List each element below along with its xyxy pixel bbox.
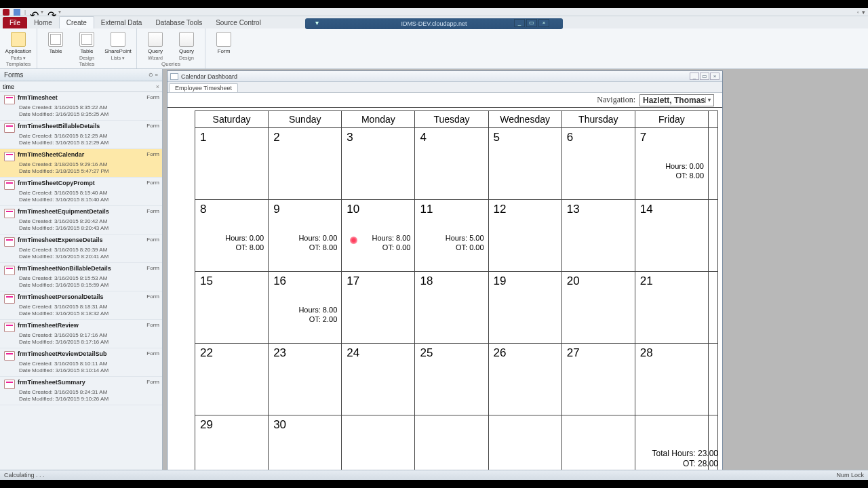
calendar-cell[interactable]: 7Hours: 0.00OT: 8.00	[635, 128, 708, 200]
nav-item-frmTimeSheetCopyPrompt[interactable]: frmTimeSheetCopyPromptFormDate Created: …	[0, 178, 162, 206]
min-ribbon-icon[interactable]: ▾	[862, 9, 865, 16]
table-design-button[interactable]: TableDesign	[73, 30, 101, 60]
calendar-cell[interactable]: 10Hours: 8.00OT: 0.00	[342, 200, 415, 272]
nav-item-frmTimesheetNonBillableDetails[interactable]: frmTimesheetNonBillableDetailsFormDate C…	[0, 263, 162, 291]
day-header: Friday	[635, 111, 708, 128]
calendar-cell[interactable]: 16Hours: 8.00OT: 2.00	[269, 272, 342, 344]
calendar-cell[interactable]: 9Hours: 0.00OT: 8.00	[269, 200, 342, 272]
form-button[interactable]: Form	[210, 30, 238, 54]
calendar-cell[interactable]: 22	[195, 344, 269, 415]
status-left: Calculating . . .	[4, 472, 45, 479]
employee-combo[interactable]: Hazlett, Thomas ▾	[639, 94, 714, 106]
calendar-cell[interactable]: 14	[635, 200, 708, 272]
nav-item-frmTimeSheetCalendar[interactable]: frmTimeSheetCalendarFormDate Created: 3/…	[0, 149, 162, 178]
navpane-search: ×	[0, 81, 162, 92]
close-button[interactable]: ×	[538, 19, 549, 27]
calendar-cell[interactable]: 23	[269, 344, 342, 415]
ribbon-body: Application Parts ▾ Templates Table Tabl…	[0, 28, 868, 69]
calendar-cell[interactable]: 26	[488, 344, 561, 415]
child-restore-button[interactable]: ▭	[700, 73, 709, 80]
nav-item-frmTimesheetExpenseDetails[interactable]: frmTimesheetExpenseDetailsFormDate Creat…	[0, 235, 162, 263]
cell-hours: Hours: 0.00OT: 8.00	[225, 234, 264, 253]
navpane-search-input[interactable]	[3, 83, 156, 90]
application-parts-button[interactable]: Application Parts ▾	[4, 30, 33, 61]
form-object-icon	[4, 294, 15, 304]
help-icon[interactable]: ◦	[857, 9, 859, 16]
calendar-cell[interactable]: 15	[195, 272, 269, 344]
save-icon[interactable]	[14, 9, 20, 16]
search-clear-icon[interactable]: ×	[156, 83, 159, 90]
tab-create[interactable]: Create	[59, 16, 94, 28]
ribbon-group-queries: QueryWizard QueryDesign Queries	[137, 28, 205, 68]
totals-block: Total Hours: 23.00 OT: 28.00	[652, 449, 718, 470]
chevron-down-icon: ▾	[705, 97, 711, 103]
form-object-icon	[4, 123, 15, 133]
calendar-cell[interactable]: 4	[415, 128, 488, 200]
calendar-cell[interactable]: 28	[635, 344, 708, 415]
minimize-button[interactable]: _	[514, 19, 525, 27]
query-wizard-button[interactable]: QueryWizard	[141, 30, 170, 60]
tab-source-control[interactable]: Source Control	[209, 17, 268, 28]
access-app-icon	[3, 9, 9, 16]
calendar-cell[interactable]: 11Hours: 5.00OT: 0.00	[415, 200, 488, 272]
redo-icon[interactable]: ↷	[47, 9, 54, 16]
calendar-cell[interactable]: 18	[415, 272, 488, 344]
nav-item-frmTimeSheetBillableDetails[interactable]: frmTimeSheetBillableDetailsFormDate Crea…	[0, 121, 162, 149]
query-design-button[interactable]: QueryDesign	[172, 30, 201, 60]
tab-home[interactable]: Home	[27, 17, 59, 28]
day-header: Sunday	[269, 111, 342, 128]
employee-timesheet-tab[interactable]: Employee Timesheet	[169, 83, 238, 92]
calendar-cell[interactable]: 27	[561, 344, 635, 415]
form-object-icon	[4, 152, 15, 161]
restore-button[interactable]: ▭	[526, 19, 537, 27]
calendar-cell[interactable]: 12	[488, 200, 561, 272]
calendar-cell[interactable]: 24	[342, 344, 415, 415]
tab-external-data[interactable]: External Data	[94, 17, 149, 28]
form-object-icon	[4, 237, 15, 247]
calendar-cell[interactable]: 2	[269, 128, 342, 200]
navpane-header[interactable]: Forms ⊙ «	[0, 69, 162, 81]
subform-tabbar: Employee Timesheet	[167, 82, 722, 93]
undo-icon[interactable]: ↶	[30, 9, 37, 16]
nav-item-frmTimesheetReview[interactable]: frmTimesheetReviewFormDate Created: 3/16…	[0, 320, 162, 348]
child-close-button[interactable]: ×	[710, 73, 719, 80]
child-minimize-button[interactable]: _	[690, 73, 699, 80]
calendar-cell[interactable]: 13	[561, 200, 635, 272]
table-button[interactable]: Table	[41, 30, 70, 54]
nav-item-frmTimesheetSummary[interactable]: frmTimesheetSummaryFormDate Created: 3/1…	[0, 377, 162, 405]
day-header: Tuesday	[415, 111, 488, 128]
calendar-dashboard-window: Calendar Dashboard _ ▭ × Employee Timesh…	[167, 70, 723, 480]
cell-hours: Hours: 0.00OT: 8.00	[665, 162, 704, 181]
child-window-titlebar[interactable]: Calendar Dashboard _ ▭ ×	[167, 71, 722, 82]
title-nav-icon[interactable]: ▾	[315, 19, 325, 27]
nav-item-frmTimesheet[interactable]: frmTimesheetFormDate Created: 3/16/2015 …	[0, 92, 162, 121]
calendar-cell[interactable]: 17	[342, 272, 415, 344]
file-tab[interactable]: File	[3, 17, 27, 28]
query-design-icon	[179, 32, 194, 47]
calendar-cell[interactable]: 19	[488, 272, 561, 344]
child-window-title: Calendar Dashboard	[181, 73, 237, 80]
day-header: Monday	[342, 111, 415, 128]
form-object-icon	[4, 380, 15, 389]
form-icon	[216, 32, 231, 47]
calendar-cell[interactable]: 20	[561, 272, 635, 344]
ribbon-group-tables: Table TableDesign SharePointLists ▾ Tabl…	[37, 28, 137, 68]
nav-item-frmTimesheetReviewDetailSub[interactable]: frmTimesheetReviewDetailSubFormDate Crea…	[0, 348, 162, 377]
quick-access-toolbar: | ↶ ▾ ↷ ▾ ◦ ▾	[0, 8, 868, 16]
calendar-cell[interactable]: 25	[415, 344, 488, 415]
form-object-icon	[4, 266, 15, 275]
nav-item-frmTimesheetPersonalDetails[interactable]: frmTimesheetPersonalDetailsFormDate Crea…	[0, 291, 162, 320]
calendar-cell[interactable]: 5	[488, 128, 561, 200]
sharepoint-lists-button[interactable]: SharePointLists ▾	[104, 30, 132, 61]
form-window-icon	[170, 73, 178, 80]
calendar-cell[interactable]: 21	[635, 272, 708, 344]
nav-item-frmTimesheetEquipmentDetails[interactable]: frmTimesheetEquipmentDetailsFormDate Cre…	[0, 206, 162, 235]
tab-database-tools[interactable]: Database Tools	[149, 17, 209, 28]
calendar-cell[interactable]: 1	[195, 128, 269, 200]
form-object-icon	[4, 209, 15, 218]
calendar-cell[interactable]: 3	[342, 128, 415, 200]
form-object-icon	[4, 351, 15, 361]
navpane-collapse-icon[interactable]: ⊙ «	[149, 72, 158, 78]
calendar-cell[interactable]: 8Hours: 0.00OT: 8.00	[195, 200, 269, 272]
calendar-cell[interactable]: 6	[561, 128, 635, 200]
